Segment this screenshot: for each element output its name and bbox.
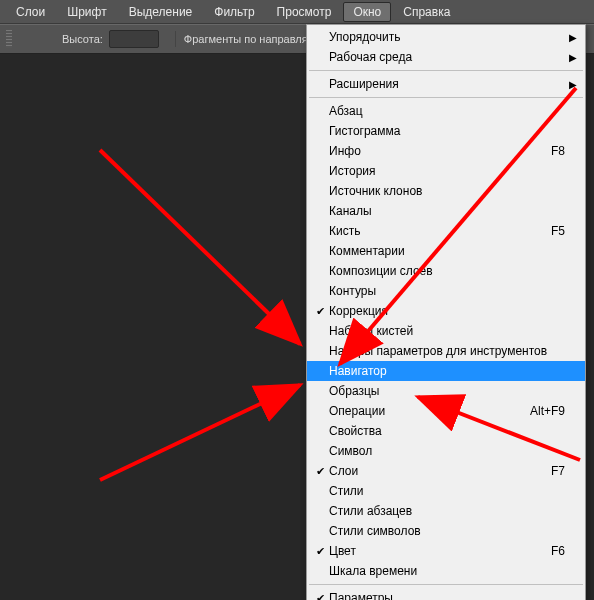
menu-item-shortcut: F7 <box>551 464 565 478</box>
menu-item-label: Операции <box>329 404 530 418</box>
menubar-item-5[interactable]: Окно <box>343 2 391 22</box>
menu-item-label: Абзац <box>329 104 565 118</box>
menu-item-label: Символ <box>329 444 565 458</box>
checkmark-icon: ✔ <box>311 545 329 558</box>
window-menu-dropdown: Упорядочить▶Рабочая среда▶Расширения▶Абз… <box>306 24 586 600</box>
menu-item[interactable]: ✔ЦветF6 <box>307 541 585 561</box>
menu-item-label: Источник клонов <box>329 184 565 198</box>
menu-separator <box>309 584 583 585</box>
menu-item-label: Наборы параметров для инструментов <box>329 344 565 358</box>
menu-item-label: Рабочая среда <box>329 50 565 64</box>
menu-item-label: Стили символов <box>329 524 565 538</box>
menu-item-label: Шкала времени <box>329 564 565 578</box>
menu-item-label: Комментарии <box>329 244 565 258</box>
checkmark-icon: ✔ <box>311 305 329 318</box>
menu-item[interactable]: Комментарии <box>307 241 585 261</box>
menu-item[interactable]: Каналы <box>307 201 585 221</box>
menu-item[interactable]: Образцы <box>307 381 585 401</box>
menu-item[interactable]: Наборы кистей <box>307 321 585 341</box>
menu-item[interactable]: Шкала времени <box>307 561 585 581</box>
menubar-item-6[interactable]: Справка <box>393 2 460 22</box>
menu-item[interactable]: Контуры <box>307 281 585 301</box>
menubar-item-1[interactable]: Шрифт <box>57 2 116 22</box>
menu-item[interactable]: Свойства <box>307 421 585 441</box>
menu-item-label: Слои <box>329 464 551 478</box>
menu-item[interactable]: Стили <box>307 481 585 501</box>
menu-item[interactable]: Символ <box>307 441 585 461</box>
menu-item[interactable]: Источник клонов <box>307 181 585 201</box>
menu-item-label: Гистограмма <box>329 124 565 138</box>
menu-item-label: Навигатор <box>329 364 565 378</box>
checkmark-icon: ✔ <box>311 465 329 478</box>
checkmark-icon: ✔ <box>311 592 329 601</box>
menu-item-label: Стили абзацев <box>329 504 565 518</box>
menu-item-label: Образцы <box>329 384 565 398</box>
menu-item-label: Упорядочить <box>329 30 565 44</box>
toolbar-handle <box>6 30 12 48</box>
menu-separator <box>309 70 583 71</box>
menu-item[interactable]: Наборы параметров для инструментов <box>307 341 585 361</box>
menu-item-label: Наборы кистей <box>329 324 565 338</box>
menu-item-label: Стили <box>329 484 565 498</box>
menu-item-label: Цвет <box>329 544 551 558</box>
menu-item[interactable]: Расширения▶ <box>307 74 585 94</box>
menu-item[interactable]: Стили абзацев <box>307 501 585 521</box>
menu-item-label: Композиции слоев <box>329 264 565 278</box>
menu-item[interactable]: Гистограмма <box>307 121 585 141</box>
menu-item-label: Кисть <box>329 224 551 238</box>
menu-separator <box>309 97 583 98</box>
menu-item[interactable]: КистьF5 <box>307 221 585 241</box>
menu-item[interactable]: ИнфоF8 <box>307 141 585 161</box>
menubar-item-4[interactable]: Просмотр <box>267 2 342 22</box>
menu-item[interactable]: История <box>307 161 585 181</box>
submenu-arrow-icon: ▶ <box>569 52 577 63</box>
menu-item[interactable]: Стили символов <box>307 521 585 541</box>
menu-item[interactable]: Абзац <box>307 101 585 121</box>
menu-item-label: Расширения <box>329 77 565 91</box>
height-label: Высота: <box>62 33 103 45</box>
menu-item-label: Коррекция <box>329 304 565 318</box>
menubar-item-0[interactable]: Слои <box>6 2 55 22</box>
menu-item-label: Свойства <box>329 424 565 438</box>
height-input[interactable] <box>109 30 159 48</box>
menubar: СлоиШрифтВыделениеФильтрПросмотрОкноСпра… <box>0 0 594 24</box>
menu-item[interactable]: ✔Параметры <box>307 588 585 600</box>
menu-item-shortcut: Alt+F9 <box>530 404 565 418</box>
menubar-item-2[interactable]: Выделение <box>119 2 203 22</box>
menu-item-shortcut: F5 <box>551 224 565 238</box>
submenu-arrow-icon: ▶ <box>569 32 577 43</box>
menubar-item-3[interactable]: Фильтр <box>204 2 264 22</box>
menu-item-label: Инфо <box>329 144 551 158</box>
menu-item[interactable]: Упорядочить▶ <box>307 27 585 47</box>
menu-item-shortcut: F6 <box>551 544 565 558</box>
menu-item-label: История <box>329 164 565 178</box>
menu-item[interactable]: Композиции слоев <box>307 261 585 281</box>
menu-item[interactable]: ✔Коррекция <box>307 301 585 321</box>
menu-item[interactable]: ОперацииAlt+F9 <box>307 401 585 421</box>
menu-item[interactable]: Навигатор <box>307 361 585 381</box>
menu-item-shortcut: F8 <box>551 144 565 158</box>
menu-item[interactable]: Рабочая среда▶ <box>307 47 585 67</box>
menu-item-label: Контуры <box>329 284 565 298</box>
submenu-arrow-icon: ▶ <box>569 79 577 90</box>
menu-item[interactable]: ✔СлоиF7 <box>307 461 585 481</box>
menu-item-label: Параметры <box>329 591 565 600</box>
menu-item-label: Каналы <box>329 204 565 218</box>
